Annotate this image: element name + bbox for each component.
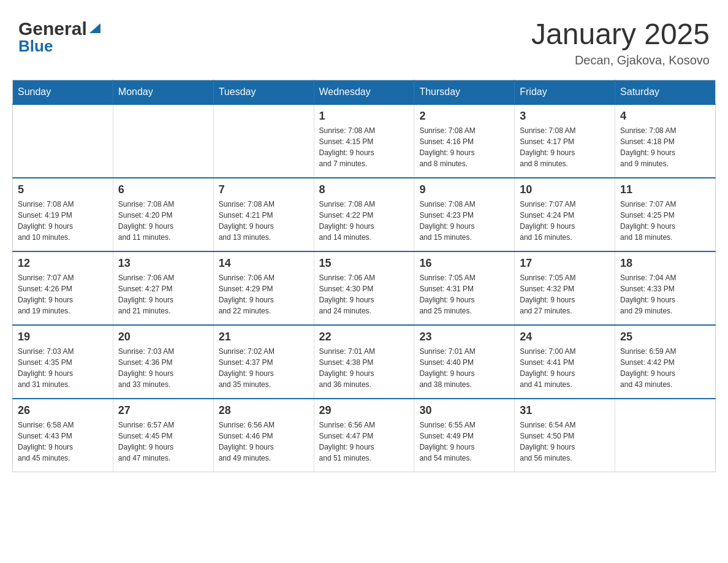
- day-number: 3: [520, 110, 610, 123]
- calendar-cell: 17Sunrise: 7:05 AM Sunset: 4:32 PM Dayli…: [515, 251, 615, 325]
- logo-general: General: [18, 18, 87, 39]
- day-number: 1: [319, 110, 409, 123]
- day-info: Sunrise: 7:06 AM Sunset: 4:30 PM Dayligh…: [319, 272, 409, 316]
- day-number: 20: [118, 331, 208, 343]
- calendar-body: 1Sunrise: 7:08 AM Sunset: 4:15 PM Daylig…: [13, 104, 716, 472]
- calendar-cell: [213, 104, 314, 178]
- calendar-week-1: 1Sunrise: 7:08 AM Sunset: 4:15 PM Daylig…: [13, 104, 716, 178]
- day-number: 22: [319, 331, 409, 343]
- calendar-week-4: 19Sunrise: 7:03 AM Sunset: 4:35 PM Dayli…: [13, 325, 716, 399]
- day-number: 28: [219, 404, 309, 417]
- logo-blue: Blue: [18, 37, 53, 56]
- calendar-cell: 3Sunrise: 7:08 AM Sunset: 4:17 PM Daylig…: [515, 104, 615, 178]
- day-header-tuesday: Tuesday: [213, 80, 314, 104]
- day-number: 14: [219, 257, 309, 270]
- day-number: 18: [620, 257, 710, 270]
- day-header-friday: Friday: [515, 80, 615, 104]
- day-info: Sunrise: 7:01 AM Sunset: 4:40 PM Dayligh…: [419, 346, 509, 390]
- day-number: 30: [419, 404, 509, 417]
- calendar-cell: 4Sunrise: 7:08 AM Sunset: 4:18 PM Daylig…: [615, 104, 716, 178]
- calendar-week-3: 12Sunrise: 7:07 AM Sunset: 4:26 PM Dayli…: [13, 251, 716, 325]
- day-number: 23: [419, 331, 509, 343]
- calendar-cell: 7Sunrise: 7:08 AM Sunset: 4:21 PM Daylig…: [213, 178, 314, 251]
- calendar-cell: 15Sunrise: 7:06 AM Sunset: 4:30 PM Dayli…: [314, 251, 414, 325]
- day-info: Sunrise: 7:08 AM Sunset: 4:19 PM Dayligh…: [18, 199, 108, 243]
- day-number: 7: [219, 183, 309, 196]
- calendar-cell: 31Sunrise: 6:54 AM Sunset: 4:50 PM Dayli…: [515, 399, 615, 472]
- calendar-cell: 2Sunrise: 7:08 AM Sunset: 4:16 PM Daylig…: [414, 104, 515, 178]
- day-number: 15: [319, 257, 409, 270]
- day-number: 26: [18, 404, 108, 417]
- day-info: Sunrise: 7:07 AM Sunset: 4:26 PM Dayligh…: [18, 272, 108, 316]
- day-number: 2: [419, 110, 509, 123]
- day-info: Sunrise: 7:01 AM Sunset: 4:38 PM Dayligh…: [319, 346, 409, 390]
- title-section: January 2025 Decan, Gjakova, Kosovo: [531, 18, 710, 67]
- day-info: Sunrise: 7:08 AM Sunset: 4:17 PM Dayligh…: [520, 125, 610, 169]
- calendar-cell: 21Sunrise: 7:02 AM Sunset: 4:37 PM Dayli…: [213, 325, 314, 399]
- day-info: Sunrise: 7:07 AM Sunset: 4:24 PM Dayligh…: [520, 199, 610, 243]
- days-of-week-row: SundayMondayTuesdayWednesdayThursdayFrid…: [13, 80, 716, 104]
- calendar-cell: 16Sunrise: 7:05 AM Sunset: 4:31 PM Dayli…: [414, 251, 515, 325]
- logo-triangle-icon: [88, 21, 102, 34]
- day-info: Sunrise: 7:02 AM Sunset: 4:37 PM Dayligh…: [219, 346, 309, 390]
- day-number: 13: [118, 257, 208, 270]
- calendar-cell: 8Sunrise: 7:08 AM Sunset: 4:22 PM Daylig…: [314, 178, 414, 251]
- calendar-cell: 29Sunrise: 6:56 AM Sunset: 4:47 PM Dayli…: [314, 399, 414, 472]
- svg-marker-0: [89, 23, 100, 33]
- day-number: 29: [319, 404, 409, 417]
- day-info: Sunrise: 7:03 AM Sunset: 4:35 PM Dayligh…: [18, 346, 108, 390]
- day-header-sunday: Sunday: [13, 80, 113, 104]
- day-number: 5: [18, 183, 108, 196]
- day-info: Sunrise: 6:56 AM Sunset: 4:46 PM Dayligh…: [219, 419, 309, 464]
- calendar-cell: 11Sunrise: 7:07 AM Sunset: 4:25 PM Dayli…: [615, 178, 716, 251]
- day-info: Sunrise: 7:08 AM Sunset: 4:16 PM Dayligh…: [419, 125, 509, 169]
- day-number: 19: [18, 331, 108, 343]
- calendar-cell: 1Sunrise: 7:08 AM Sunset: 4:15 PM Daylig…: [314, 104, 414, 178]
- calendar-cell: 5Sunrise: 7:08 AM Sunset: 4:19 PM Daylig…: [13, 178, 113, 251]
- day-info: Sunrise: 7:03 AM Sunset: 4:36 PM Dayligh…: [118, 346, 208, 390]
- calendar-cell: 23Sunrise: 7:01 AM Sunset: 4:40 PM Dayli…: [414, 325, 515, 399]
- day-info: Sunrise: 6:54 AM Sunset: 4:50 PM Dayligh…: [520, 419, 610, 464]
- calendar-cell: 10Sunrise: 7:07 AM Sunset: 4:24 PM Dayli…: [515, 178, 615, 251]
- calendar-cell: 9Sunrise: 7:08 AM Sunset: 4:23 PM Daylig…: [414, 178, 515, 251]
- day-header-thursday: Thursday: [414, 80, 515, 104]
- day-info: Sunrise: 7:08 AM Sunset: 4:21 PM Dayligh…: [219, 199, 309, 243]
- logo: General Blue: [18, 18, 102, 56]
- calendar-header: SundayMondayTuesdayWednesdayThursdayFrid…: [13, 80, 716, 104]
- day-number: 21: [219, 331, 309, 343]
- day-info: Sunrise: 6:57 AM Sunset: 4:45 PM Dayligh…: [118, 419, 208, 464]
- day-number: 12: [18, 257, 108, 270]
- calendar-week-5: 26Sunrise: 6:58 AM Sunset: 4:43 PM Dayli…: [13, 399, 716, 472]
- calendar-cell: [113, 104, 213, 178]
- day-info: Sunrise: 7:00 AM Sunset: 4:41 PM Dayligh…: [520, 346, 610, 390]
- day-info: Sunrise: 7:05 AM Sunset: 4:32 PM Dayligh…: [520, 272, 610, 316]
- calendar-cell: 14Sunrise: 7:06 AM Sunset: 4:29 PM Dayli…: [213, 251, 314, 325]
- calendar-cell: 30Sunrise: 6:55 AM Sunset: 4:49 PM Dayli…: [414, 399, 515, 472]
- calendar-cell: [13, 104, 113, 178]
- calendar-cell: 12Sunrise: 7:07 AM Sunset: 4:26 PM Dayli…: [13, 251, 113, 325]
- day-info: Sunrise: 6:55 AM Sunset: 4:49 PM Dayligh…: [419, 419, 509, 464]
- day-info: Sunrise: 7:06 AM Sunset: 4:27 PM Dayligh…: [118, 272, 208, 316]
- day-header-saturday: Saturday: [615, 80, 716, 104]
- day-number: 9: [419, 183, 509, 196]
- day-info: Sunrise: 7:06 AM Sunset: 4:29 PM Dayligh…: [219, 272, 309, 316]
- calendar-cell: 24Sunrise: 7:00 AM Sunset: 4:41 PM Dayli…: [515, 325, 615, 399]
- day-info: Sunrise: 7:04 AM Sunset: 4:33 PM Dayligh…: [620, 272, 710, 316]
- day-info: Sunrise: 7:08 AM Sunset: 4:23 PM Dayligh…: [419, 199, 509, 243]
- day-number: 17: [520, 257, 610, 270]
- calendar-cell: 27Sunrise: 6:57 AM Sunset: 4:45 PM Dayli…: [113, 399, 213, 472]
- calendar-cell: [615, 399, 716, 472]
- day-info: Sunrise: 7:08 AM Sunset: 4:22 PM Dayligh…: [319, 199, 409, 243]
- day-info: Sunrise: 7:05 AM Sunset: 4:31 PM Dayligh…: [419, 272, 509, 316]
- calendar-cell: 26Sunrise: 6:58 AM Sunset: 4:43 PM Dayli…: [13, 399, 113, 472]
- calendar-cell: 25Sunrise: 6:59 AM Sunset: 4:42 PM Dayli…: [615, 325, 716, 399]
- calendar-cell: 13Sunrise: 7:06 AM Sunset: 4:27 PM Dayli…: [113, 251, 213, 325]
- calendar-cell: 19Sunrise: 7:03 AM Sunset: 4:35 PM Dayli…: [13, 325, 113, 399]
- day-info: Sunrise: 6:58 AM Sunset: 4:43 PM Dayligh…: [18, 419, 108, 464]
- day-number: 24: [520, 331, 610, 343]
- day-info: Sunrise: 6:56 AM Sunset: 4:47 PM Dayligh…: [319, 419, 409, 464]
- day-number: 27: [118, 404, 208, 417]
- day-number: 25: [620, 331, 710, 343]
- day-info: Sunrise: 7:08 AM Sunset: 4:15 PM Dayligh…: [319, 125, 409, 169]
- day-info: Sunrise: 6:59 AM Sunset: 4:42 PM Dayligh…: [620, 346, 710, 390]
